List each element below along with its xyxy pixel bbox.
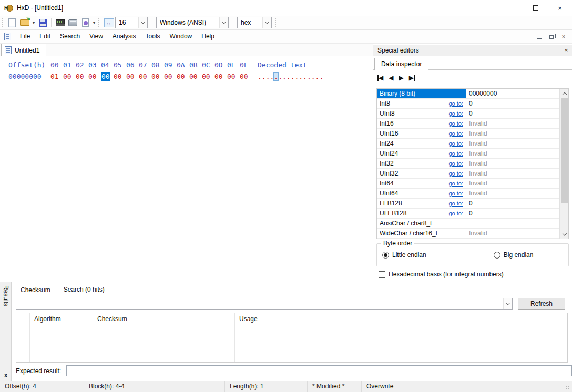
tab-search-hits[interactable]: Search (0 hits) [57,284,111,296]
value-cell[interactable]: Invalid [466,129,568,138]
chevron-down-icon[interactable] [138,17,147,28]
hex-byte[interactable]: 00 [151,73,160,80]
close-button[interactable]: × [548,0,572,16]
maximize-button[interactable] [524,0,548,16]
bytes-per-row-button[interactable]: ↔ [103,16,115,29]
hex-data-row[interactable]: 0000000001000000000000000000000000000000… [0,71,373,82]
inspector-row-uint64[interactable]: UInt64go to: Invalid [377,189,568,199]
menu-window[interactable]: Window [165,30,197,44]
toolbar-grip[interactable] [275,18,277,27]
value-cell[interactable]: 0 [466,209,568,218]
goto-link[interactable]: go to: [448,179,463,188]
new-file-button[interactable] [6,16,18,29]
hex-byte[interactable]: 00 [227,73,236,80]
inspector-row-int64[interactable]: Int64go to: Invalid [377,179,568,189]
open-file-button[interactable] [18,16,31,29]
column-header-checksum[interactable]: Checksum [93,313,235,362]
hex-byte[interactable]: 00 [139,73,147,80]
hex-byte[interactable]: 00 [63,73,72,80]
hexadecimal-basis-checkbox[interactable]: Hexadecimal basis (for integral numbers) [379,271,504,278]
inspector-row-ansichar[interactable]: AnsiChar / char8_t [377,219,568,229]
value-cell[interactable]: Invalid [466,189,568,198]
hex-byte[interactable]: 00 [189,73,198,80]
mdi-close-button[interactable]: × [558,32,569,41]
open-ram-button[interactable] [54,16,66,29]
goto-link[interactable]: go to: [448,139,463,148]
hex-byte[interactable]: 00 [114,73,122,80]
panel-close-icon[interactable]: × [560,46,572,54]
decoded-char[interactable]: . [262,73,266,80]
hex-byte[interactable]: 00 [214,73,223,80]
inspector-row-leb128[interactable]: LEB128go to: 0 [377,199,568,209]
chevron-down-icon[interactable] [219,17,228,28]
inspector-row-uleb128[interactable]: ULEB128go to: 0 [377,209,568,219]
hex-editor[interactable]: Offset(h)000102030405060708090A0B0C0D0E0… [0,56,373,282]
toolbar-grip[interactable] [2,18,3,27]
tab-data-inspector[interactable]: Data inspector [374,58,428,70]
value-cell[interactable]: Invalid [466,159,568,168]
menu-help[interactable]: Help [197,30,219,44]
hex-byte[interactable]: 00 [76,73,84,80]
value-cell[interactable]: Invalid [466,139,568,148]
value-cell[interactable]: 00000000 [466,89,568,98]
chevron-down-icon[interactable] [262,17,271,28]
menu-file[interactable]: File [15,30,35,44]
decoded-char[interactable]: . [307,73,311,80]
column-header-algorithm[interactable]: Algorithm [30,313,93,362]
tab-checksum[interactable]: Checksum [14,284,57,296]
value-cell[interactable]: Invalid [466,229,568,238]
decoded-char[interactable]: . [299,73,303,80]
inspector-row-uint16[interactable]: UInt16go to: Invalid [377,129,568,139]
nav-previous-icon[interactable]: ◀ [389,74,393,82]
mdi-minimize-button[interactable] [534,32,545,41]
radio-little-endian[interactable]: Little endian [382,251,426,259]
nav-first-icon[interactable]: ◀ [377,74,383,82]
value-cell[interactable] [466,219,568,228]
minimize-button[interactable] [499,0,524,16]
hex-byte[interactable]: 00 [177,73,185,80]
mdi-restore-button[interactable] [546,32,557,41]
column-header-usage[interactable]: Usage [235,313,303,362]
save-button[interactable] [36,16,49,29]
chevron-down-icon[interactable] [503,298,512,309]
hex-byte[interactable]: 00 [202,73,210,80]
menu-edit[interactable]: Edit [35,30,55,44]
results-close-button[interactable]: x [2,372,10,380]
hex-byte-selected[interactable]: 00 [101,72,110,81]
value-cell[interactable]: Invalid [466,119,568,128]
menu-tools[interactable]: Tools [141,30,165,44]
goto-link[interactable]: go to: [448,169,463,178]
goto-link[interactable]: go to: [448,109,463,118]
checksum-algorithm-combobox[interactable] [16,298,513,310]
open-disk-button[interactable] [66,16,79,29]
inspector-row-uint8[interactable]: UInt8go to: 0 [377,109,568,119]
tab-untitled1[interactable]: Untitled1 [1,44,46,56]
offset-base-combobox[interactable]: hex [237,17,272,28]
nav-next-icon[interactable]: ▶ [399,74,403,82]
decoded-char[interactable]: . [311,73,315,80]
refresh-button[interactable]: Refresh [518,298,565,310]
open-dropdown-caret[interactable]: ▾ [31,20,36,25]
menu-search[interactable]: Search [55,30,85,44]
inspector-row-uint24[interactable]: UInt24go to: Invalid [377,149,568,159]
resize-grip[interactable] [565,381,572,392]
menu-analysis[interactable]: Analysis [108,30,141,44]
goto-link[interactable]: go to: [448,129,463,138]
goto-link[interactable]: go to: [448,99,463,108]
scroll-down-icon[interactable] [560,230,569,239]
decoded-char-selected[interactable]: . [274,73,278,80]
decoded-char[interactable]: . [282,73,287,80]
bytes-per-row-combobox[interactable]: 16 [115,17,148,28]
open-disk-image-button[interactable] [79,16,91,29]
goto-link[interactable]: go to: [448,199,463,208]
decoded-char[interactable]: . [278,73,282,80]
decoded-char[interactable]: . [319,73,323,80]
goto-link[interactable]: go to: [448,119,463,128]
hex-byte[interactable]: 01 [50,73,59,80]
inspector-row-int24[interactable]: Int24go to: Invalid [377,139,568,149]
hex-byte[interactable]: 00 [126,73,135,80]
inspector-row-binary[interactable]: Binary (8 bit) 00000000 [377,89,568,99]
status-insert-mode[interactable]: Overwrite [362,381,565,392]
goto-link[interactable]: go to: [448,159,463,168]
inspector-row-int16[interactable]: Int16go to: Invalid [377,119,568,129]
